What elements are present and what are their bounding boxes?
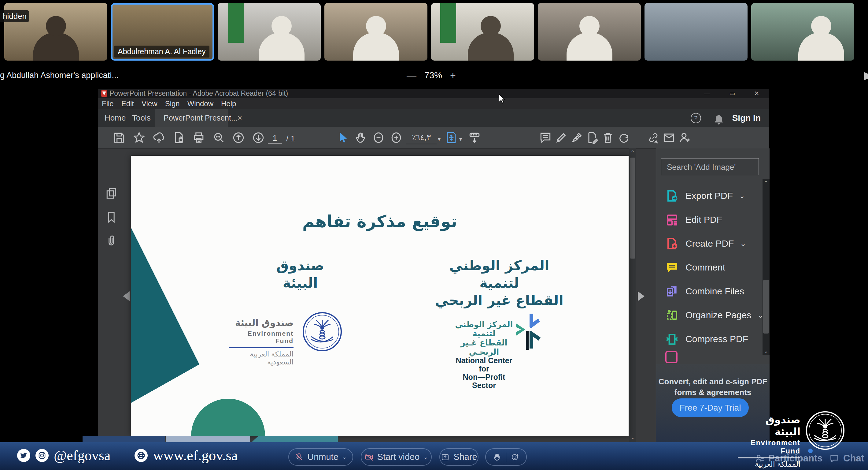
share-link-icon[interactable] [647, 131, 660, 144]
menu-window[interactable]: Window [187, 99, 213, 108]
sidebar-scroll-up-icon[interactable]: ⌃ [763, 180, 769, 186]
fit-dropdown-icon[interactable]: ▾ [459, 136, 462, 143]
sidebar-tool-create-pdf[interactable]: Create PDF⌄ [656, 232, 770, 256]
highlight-tool-icon[interactable] [554, 131, 568, 144]
slide-triangle-decoration [131, 227, 199, 403]
hide-toolbar-icon[interactable] [468, 131, 481, 144]
protect-document-icon[interactable] [172, 131, 186, 144]
unmute-button[interactable]: Unmute⌄ [288, 448, 353, 466]
sidebar-tool-edit-pdf[interactable]: Edit PDF [656, 208, 770, 232]
acrobat-window: PowerPoint Presentation - Adobe Acrobat … [98, 89, 769, 470]
free-trial-button[interactable]: Free 7-Day Trial [672, 399, 749, 417]
restore-button[interactable]: ▭ [725, 89, 739, 98]
email-icon[interactable] [662, 131, 676, 144]
select-tool-icon[interactable] [336, 131, 350, 144]
menu-sign[interactable]: Sign [165, 99, 180, 108]
tab-tools[interactable]: Tools [132, 109, 151, 127]
video-tile-7[interactable] [645, 3, 747, 61]
zoom-out-icon[interactable] [372, 131, 385, 144]
sidebar-tool-combine-files[interactable]: Combine Files [656, 280, 770, 303]
menu-view[interactable]: View [142, 99, 157, 108]
website-url[interactable]: www.ef.gov.sa [153, 447, 238, 464]
sidebar-scrollbar-thumb[interactable] [763, 280, 769, 333]
rotate-icon[interactable] [617, 131, 630, 144]
video-tile-6[interactable] [538, 3, 641, 61]
share-with-people-icon[interactable] [678, 131, 691, 144]
combine-files-icon [665, 285, 679, 298]
minimize-button[interactable]: — [700, 89, 714, 98]
video-tile-3[interactable] [218, 3, 321, 61]
zoom-out-button[interactable]: — [407, 70, 416, 81]
delete-icon[interactable] [601, 131, 615, 144]
toolbar: 1 / 1 ٦٤,٣٪ ▾ ▾ [98, 127, 769, 149]
star-icon[interactable] [132, 131, 146, 144]
participant-silhouette [33, 32, 79, 61]
fill-sign-icon[interactable] [570, 131, 583, 144]
document-scrollbar[interactable]: ⌃ ⌄ [629, 148, 636, 442]
previous-page-icon[interactable] [232, 131, 245, 144]
zoom-in-button[interactable]: + [450, 70, 456, 81]
menu-help[interactable]: Help [221, 99, 236, 108]
page-count-label: / 1 [286, 134, 295, 144]
participant-silhouette [468, 32, 514, 61]
zoom-dropdown-icon[interactable]: ▾ [438, 136, 441, 143]
frame-decoration [83, 436, 165, 442]
search-icon[interactable] [212, 131, 225, 144]
save-icon[interactable] [113, 131, 126, 144]
tools-search-input[interactable]: Search 'Add Image' [661, 158, 759, 175]
ncnp-logo-mark [516, 312, 543, 352]
frame-decoration [166, 436, 250, 442]
previous-view-arrow[interactable] [123, 291, 130, 301]
tool-label: Comment [685, 262, 725, 273]
notifications-bell-icon[interactable] [712, 114, 721, 123]
scroll-down-icon[interactable]: ⌄ [629, 434, 636, 441]
comment-tool-icon[interactable] [539, 131, 552, 144]
page-thumbnails-icon[interactable] [104, 187, 116, 198]
zoom-in-icon[interactable] [390, 131, 403, 144]
menu-edit[interactable]: Edit [121, 99, 134, 108]
social-handle[interactable]: @efgovsa [54, 447, 111, 464]
sidebar-tool-compress-pdf[interactable]: Compress PDF [656, 327, 770, 351]
sidebar-tool-comment[interactable]: Comment [656, 256, 770, 280]
menu-file[interactable]: File [102, 99, 114, 108]
reactions-button[interactable] [485, 448, 527, 466]
close-tab-icon[interactable]: × [238, 113, 242, 123]
attachments-icon[interactable] [104, 234, 116, 245]
page-number-input[interactable]: 1 [268, 134, 282, 144]
chevron-down-icon: ⌄ [739, 192, 745, 200]
sidebar-tool-export-pdf[interactable]: Export PDF⌄ [656, 184, 770, 208]
print-icon[interactable] [192, 131, 206, 144]
divider [506, 452, 506, 462]
edit-document-icon[interactable] [586, 131, 599, 144]
video-tile-active-speaker[interactable]: Abdulrehman A. Al Fadley [111, 3, 214, 61]
share-button[interactable]: Share [439, 448, 478, 466]
sidebar-tool-organize-pages[interactable]: Organize Pages⌄ [656, 303, 770, 327]
video-tile-5[interactable] [431, 3, 534, 61]
chat-button[interactable]: Chat [829, 453, 864, 464]
video-tile-4[interactable] [324, 3, 427, 61]
video-options-icon: ⌄ [423, 453, 428, 461]
hand-tool-icon[interactable] [354, 131, 368, 144]
window-titlebar[interactable]: PowerPoint Presentation - Adobe Acrobat … [98, 89, 769, 98]
sidebar-scroll-down-icon[interactable]: ⌄ [763, 348, 769, 354]
instagram-icon [35, 449, 49, 462]
scrollbar-thumb[interactable] [630, 157, 635, 259]
tab-home[interactable]: Home [104, 109, 126, 127]
close-window-button[interactable]: ✕ [750, 89, 764, 98]
sidebar-scrollbar[interactable]: ⌃ ⌄ [763, 179, 770, 355]
tab-document[interactable]: PowerPoint Present... × [155, 109, 228, 127]
video-tile-8[interactable] [751, 3, 854, 61]
sign-in-button[interactable]: Sign In [732, 113, 761, 123]
bookmarks-icon[interactable] [104, 210, 116, 222]
fit-page-icon[interactable] [444, 131, 458, 144]
cloud-upload-icon[interactable] [152, 131, 166, 144]
next-page-icon[interactable] [252, 131, 265, 144]
chat-icon [829, 453, 840, 464]
logo-divider [229, 347, 293, 348]
help-icon[interactable]: ? [691, 113, 701, 123]
zoom-percentage-input[interactable]: ٦٤,٣٪ [406, 131, 437, 144]
next-view-arrow[interactable] [638, 291, 645, 301]
left-organization-name: صندوقالبيئة [271, 257, 329, 292]
scroll-up-icon[interactable]: ⌃ [629, 149, 636, 156]
start-video-button[interactable]: Start video⌄ [361, 448, 432, 466]
